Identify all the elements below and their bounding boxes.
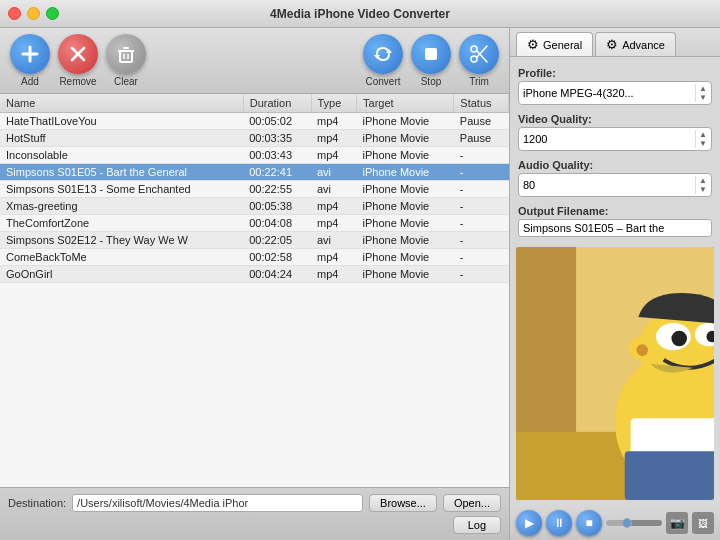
stop-button[interactable]: Stop: [411, 34, 451, 87]
clear-icon: [106, 34, 146, 74]
stop-label: Stop: [421, 76, 442, 87]
output-filename-label: Output Filename:: [518, 205, 712, 217]
table-row[interactable]: ComeBackToMe00:02:58mp4iPhone Movie-: [0, 249, 509, 266]
pause-button[interactable]: ⏸: [546, 510, 572, 536]
playback-controls: ▶ ⏸ ■ 📷 🖼: [510, 506, 720, 540]
camera-button[interactable]: 📷: [666, 512, 688, 534]
snapshot-button[interactable]: 🖼: [692, 512, 714, 534]
svg-point-28: [636, 344, 648, 356]
stop-icon: [411, 34, 451, 74]
advance-tab-icon: ⚙: [606, 37, 618, 52]
svg-rect-4: [120, 51, 132, 62]
scrubber-thumb: [622, 518, 632, 528]
add-icon: [10, 34, 50, 74]
tab-advance[interactable]: ⚙ Advance: [595, 32, 676, 56]
maximize-button[interactable]: [46, 7, 59, 20]
bottom-bar: Destination: /Users/xilisoft/Movies/4Med…: [0, 487, 509, 540]
video-quality-arrows: ▲▼: [695, 130, 707, 148]
table-row[interactable]: HotStuff00:03:35mp4iPhone MoviePause: [0, 130, 509, 147]
trim-label: Trim: [469, 76, 489, 87]
stop-playback-button[interactable]: ■: [576, 510, 602, 536]
play-button[interactable]: ▶: [516, 510, 542, 536]
video-quality-value: 1200: [523, 133, 695, 145]
table-row[interactable]: Simpsons S01E13 - Some Enchanted00:22:55…: [0, 181, 509, 198]
general-tab-icon: ⚙: [527, 37, 539, 52]
audio-quality-select[interactable]: 80 ▲▼: [518, 173, 712, 197]
tabs-row: ⚙ General ⚙ Advance: [510, 28, 720, 57]
col-name[interactable]: Name: [0, 94, 243, 113]
browse-button[interactable]: Browse...: [369, 494, 437, 512]
audio-quality-value: 80: [523, 179, 695, 191]
tab-general-label: General: [543, 39, 582, 51]
convert-icon: [363, 34, 403, 74]
profile-arrows: ▲▼: [695, 84, 707, 102]
video-quality-label: Video Quality:: [518, 113, 712, 125]
toolbar: Add Remove Clear: [0, 28, 509, 94]
table-row[interactable]: Xmas-greeting00:05:38mp4iPhone Movie-: [0, 198, 509, 215]
convert-button[interactable]: Convert: [363, 34, 403, 87]
minimize-button[interactable]: [27, 7, 40, 20]
right-panel: ⚙ General ⚙ Advance Profile: iPhone MPEG…: [510, 28, 720, 540]
destination-label: Destination:: [8, 497, 66, 509]
svg-point-24: [671, 331, 687, 347]
video-quality-select[interactable]: 1200 ▲▼: [518, 127, 712, 151]
clear-label: Clear: [114, 76, 138, 87]
audio-quality-label: Audio Quality:: [518, 159, 712, 171]
col-status[interactable]: Status: [454, 94, 509, 113]
window-title: 4Media iPhone Video Converter: [270, 7, 450, 21]
remove-label: Remove: [59, 76, 96, 87]
svg-rect-11: [425, 48, 437, 60]
svg-rect-27: [625, 451, 714, 500]
add-button[interactable]: Add: [10, 34, 50, 87]
scrubber[interactable]: [606, 520, 662, 526]
clear-button[interactable]: Clear: [106, 34, 146, 87]
audio-quality-arrows: ▲▼: [695, 176, 707, 194]
table-row[interactable]: TheComfortZone00:04:08mp4iPhone Movie-: [0, 215, 509, 232]
add-label: Add: [21, 76, 39, 87]
table-row[interactable]: HateThatILoveYou00:05:02mp4iPhone MovieP…: [0, 113, 509, 130]
file-list: Name Duration Type Target Status HateTha…: [0, 94, 509, 487]
col-target[interactable]: Target: [357, 94, 454, 113]
remove-icon: [58, 34, 98, 74]
convert-label: Convert: [365, 76, 400, 87]
col-type[interactable]: Type: [311, 94, 357, 113]
remove-button[interactable]: Remove: [58, 34, 98, 87]
log-button[interactable]: Log: [453, 516, 501, 534]
profile-label: Profile:: [518, 67, 712, 79]
table-row[interactable]: Simpsons S02E12 - They Way We W00:22:05a…: [0, 232, 509, 249]
trim-button[interactable]: Trim: [459, 34, 499, 87]
profile-select[interactable]: iPhone MPEG-4(320... ▲▼: [518, 81, 712, 105]
close-button[interactable]: [8, 7, 21, 20]
table-row[interactable]: Inconsolable00:03:43mp4iPhone Movie-: [0, 147, 509, 164]
trim-icon: [459, 34, 499, 74]
output-filename-value: Simpsons S01E05 – Bart the: [518, 219, 712, 237]
table-row[interactable]: Simpsons S01E05 - Bart the General00:22:…: [0, 164, 509, 181]
open-button[interactable]: Open...: [443, 494, 501, 512]
tab-general[interactable]: ⚙ General: [516, 32, 593, 56]
col-duration[interactable]: Duration: [243, 94, 311, 113]
table-row[interactable]: GoOnGirl00:04:24mp4iPhone Movie-: [0, 266, 509, 283]
tab-advance-label: Advance: [622, 39, 665, 51]
settings-panel: Profile: iPhone MPEG-4(320... ▲▼ Video Q…: [510, 57, 720, 247]
preview-area: [516, 247, 714, 500]
destination-path: /Users/xilisoft/Movies/4Media iPhor: [72, 494, 363, 512]
profile-value: iPhone MPEG-4(320...: [523, 87, 695, 99]
